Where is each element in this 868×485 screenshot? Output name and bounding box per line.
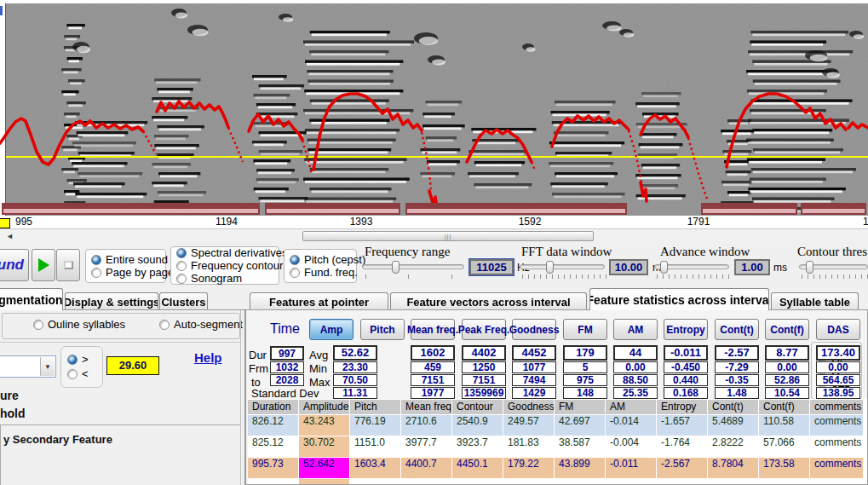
feature-button-fm[interactable]: FM bbox=[563, 319, 607, 340]
slider-track-1[interactable] bbox=[520, 264, 605, 269]
radio-direction-less[interactable]: < bbox=[67, 368, 102, 380]
table-cell: 4400.7 bbox=[401, 458, 451, 478]
axis-tick-label: 1592 bbox=[519, 216, 542, 228]
slider-thumb[interactable] bbox=[660, 261, 668, 274]
tab-display-settings[interactable]: Display & settings bbox=[65, 292, 158, 310]
feature-button-entropy[interactable]: Entropy bbox=[664, 319, 708, 340]
table-header-row: DurationAmplitudePitchMean freqContourGo… bbox=[248, 400, 867, 414]
stat-value-avg: 173.40 bbox=[816, 345, 860, 361]
slider-thumb[interactable] bbox=[806, 261, 813, 274]
table-header-cell: Amplitude bbox=[299, 400, 349, 414]
time-cursor-box bbox=[0, 218, 10, 228]
table-cell: 52.642 bbox=[299, 458, 349, 478]
stat-value-max: 70.50 bbox=[333, 374, 377, 386]
table-header-cell: Cont(t) bbox=[708, 400, 758, 414]
table-cell: 826.12 bbox=[248, 415, 298, 436]
table-row[interactable]: 826.1243.243776.192710.62540.9249.5742.6… bbox=[248, 415, 867, 436]
table-row[interactable]: 825.1230.7021151.03977.73923.7181.8338.5… bbox=[248, 436, 867, 457]
table-row[interactable] bbox=[248, 479, 867, 485]
comments-cell[interactable] bbox=[810, 479, 863, 485]
feature-button-peakfreq[interactable]: Peak Freq. bbox=[462, 319, 506, 340]
feature-button-meanfreq[interactable]: Mean freq. bbox=[411, 319, 455, 340]
spectrogram-canvas[interactable] bbox=[0, 0, 868, 216]
stat-value-std: 11.31 bbox=[333, 387, 377, 399]
radio-ouline-syllables[interactable]: Ouline syllables bbox=[33, 319, 125, 331]
slider-track-0[interactable] bbox=[362, 264, 464, 269]
panel-divider bbox=[240, 310, 241, 485]
radio-pitch-cepst-[interactable]: Pitch (cepst) bbox=[290, 254, 351, 266]
stat-value-max: 52.86 bbox=[765, 374, 809, 386]
feature-button-pitch[interactable]: Pitch bbox=[360, 319, 405, 340]
stop-button[interactable] bbox=[56, 249, 80, 281]
stat-value-avg: 44 bbox=[613, 345, 658, 361]
radio-frequency-contours[interactable]: Frequency contours bbox=[176, 260, 273, 272]
feature-button-das[interactable]: DAS bbox=[816, 319, 860, 340]
stat-value-max: 7151 bbox=[411, 374, 455, 386]
radio-page-by-page[interactable]: Page by page bbox=[91, 267, 160, 279]
radio-label: Fund. freq. bbox=[304, 267, 358, 279]
radio-sonogram[interactable]: Sonogram bbox=[176, 273, 273, 285]
tab-clusters[interactable]: Clusters bbox=[159, 292, 208, 310]
table-cell bbox=[657, 479, 707, 485]
stat-value-min: 1250 bbox=[462, 361, 506, 373]
radio-group-1: Spectral derivativesFrequency contoursSo… bbox=[170, 246, 279, 285]
threshold-input[interactable]: 29.60 bbox=[106, 356, 159, 375]
stat-value-min: 459 bbox=[411, 361, 455, 373]
feature-button-contt[interactable]: Cont(t) bbox=[715, 319, 759, 340]
tab-feature-vectors-across-interval[interactable]: Feature vectors across interval bbox=[390, 292, 587, 310]
tab-features-at-pointer[interactable]: Features at pointer bbox=[250, 292, 388, 310]
tab-egmentation[interactable]: egmentation bbox=[0, 288, 63, 310]
slider-label: FFT data window bbox=[521, 245, 612, 259]
slider-value-box[interactable]: 10.00 bbox=[609, 259, 648, 275]
radio-auto-segment-all[interactable]: Auto-segment all bbox=[159, 319, 257, 331]
radio-icon bbox=[176, 274, 187, 284]
slider-thumb[interactable] bbox=[392, 261, 400, 274]
feature-dropdown[interactable]: ▼ bbox=[0, 355, 56, 378]
sound-button[interactable]: ound bbox=[0, 249, 29, 281]
control-strip: ound Entire soundPage by pageSpectral de… bbox=[0, 242, 868, 288]
comments-cell[interactable]: comments bbox=[810, 436, 863, 457]
table-cell bbox=[350, 479, 400, 485]
chevron-down-icon[interactable]: ▼ bbox=[40, 357, 55, 376]
radio-direction-greater[interactable]: > bbox=[67, 354, 102, 366]
feature-button-contf[interactable]: Cont(f) bbox=[765, 319, 809, 340]
feature-label-cut: ure bbox=[0, 389, 19, 402]
scrollbar-thumb[interactable]: ||| bbox=[302, 231, 594, 241]
radio-label: Sonogram bbox=[191, 273, 242, 285]
spectrogram-panel[interactable] bbox=[0, 0, 868, 216]
table-cell bbox=[606, 479, 656, 485]
slider-value-box[interactable]: 1.00 bbox=[734, 259, 770, 275]
radio-entire-sound[interactable]: Entire sound bbox=[91, 254, 160, 266]
axis-tick-label: 995 bbox=[15, 216, 32, 228]
slider-thumb[interactable] bbox=[546, 261, 554, 274]
table-cell: 42.697 bbox=[555, 415, 605, 436]
feature-button-am[interactable]: AM bbox=[613, 319, 658, 340]
tab-feature-statistics-across-interval[interactable]: Feature statistics across interval bbox=[589, 288, 769, 310]
comments-cell[interactable]: comments bbox=[810, 415, 863, 436]
slider-track-2[interactable] bbox=[654, 264, 729, 269]
radio-spectral-derivatives[interactable]: Spectral derivatives bbox=[176, 247, 273, 259]
comments-cell[interactable]: comments bbox=[810, 458, 863, 478]
slider-label: Contour thres bbox=[797, 245, 867, 259]
scroll-left-arrow-icon[interactable]: ◄ bbox=[6, 232, 14, 240]
play-button[interactable] bbox=[32, 249, 55, 281]
radio-icon bbox=[33, 320, 43, 330]
table-cell: 179.22 bbox=[503, 458, 554, 478]
radio-icon bbox=[176, 261, 187, 271]
tab-syllable-table[interactable]: Syllable table bbox=[771, 292, 859, 310]
help-link[interactable]: Help bbox=[194, 350, 222, 365]
slider-track-3[interactable] bbox=[799, 264, 868, 269]
radio-fund-freq-[interactable]: Fund. freq. bbox=[290, 267, 351, 279]
axis-tick-label: 1194 bbox=[216, 216, 238, 228]
feature-button-goodness[interactable]: Goodness bbox=[512, 319, 556, 340]
table-cell bbox=[708, 479, 758, 485]
feature-button-amp[interactable]: Amp bbox=[309, 319, 354, 340]
stat-value-max: 7494 bbox=[512, 374, 556, 386]
slider-value-box[interactable]: 11025 bbox=[469, 259, 514, 275]
stat-value-avg: 4402 bbox=[462, 345, 506, 361]
stop-icon bbox=[64, 261, 73, 269]
stat-value-max: 7151 bbox=[462, 374, 506, 386]
stat-value-avg: 4452 bbox=[512, 345, 556, 361]
table-row[interactable]: 995.7352.6421603.44400.74450.1179.2243.8… bbox=[248, 458, 867, 478]
horizontal-scrollbar[interactable]: ◄ ||| bbox=[0, 228, 868, 242]
